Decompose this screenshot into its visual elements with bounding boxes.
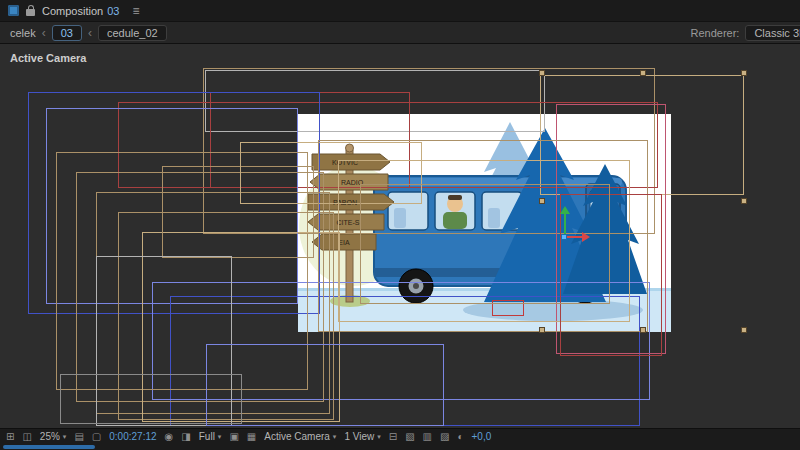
breadcrumb-item-celek[interactable]: celek xyxy=(10,27,36,39)
3d-view-dropdown[interactable]: Active Camera ▾ xyxy=(264,431,336,442)
magnification-dropdown[interactable]: 25% ▾ xyxy=(40,431,67,442)
breadcrumb-separator: ‹ xyxy=(42,26,46,40)
breadcrumb-separator: ‹ xyxy=(88,26,92,40)
after-effects-window: Composition 03 ≡ celek ‹ 03 ‹ cedule_02 … xyxy=(0,0,800,450)
active-camera-label: Active Camera xyxy=(10,52,86,64)
passenger-green xyxy=(443,212,467,229)
panel-tab-bar: Composition 03 ≡ xyxy=(0,0,800,22)
view-layout-dropdown[interactable]: 1 View ▾ xyxy=(344,431,380,442)
sign-label: PABON xyxy=(333,199,357,206)
renderer-label: Renderer: xyxy=(691,27,740,39)
transparency-grid-icon[interactable]: ▦ xyxy=(247,432,256,442)
layer-wireframe xyxy=(46,108,298,304)
breadcrumb-item-cedule-02[interactable]: cedule_02 xyxy=(98,25,167,41)
sign-label: RADIO xyxy=(341,179,364,186)
show-channel-icon[interactable]: ◨ xyxy=(181,432,190,442)
layer-wireframe xyxy=(206,344,444,426)
layer-wireframe xyxy=(28,92,320,314)
sign-label: CITE-S xyxy=(337,219,360,226)
selection-handle[interactable] xyxy=(539,70,545,76)
comp-name: 03 xyxy=(107,5,119,17)
breadcrumb-item-03[interactable]: 03 xyxy=(52,25,82,41)
reset-exposure-icon[interactable]: ◐ xyxy=(457,432,463,442)
dual-view-icon[interactable]: ◫ xyxy=(22,432,31,442)
resolution-value: Full xyxy=(199,431,215,442)
fast-previews-icon[interactable]: ▧ xyxy=(405,432,414,442)
timeline-timecode-partial[interactable] xyxy=(3,445,95,449)
selection-handle[interactable] xyxy=(741,70,747,76)
region-of-interest-icon[interactable]: ▣ xyxy=(229,432,238,442)
snapshot-camera-icon[interactable]: ◉ xyxy=(165,432,174,442)
grid-options-icon[interactable]: ⊞ xyxy=(6,432,14,442)
flowchart-icon[interactable]: ▨ xyxy=(440,432,449,442)
renderer-button[interactable]: Classic 3D xyxy=(745,25,800,41)
exposure-value[interactable]: +0,0 xyxy=(472,431,492,442)
panel-title: Composition xyxy=(42,5,103,17)
comp-panel-toolbar: ⊞ ◫ 25% ▾ ▤ ▢ 0:00:27:12 ◉ ◨ Full ▾ ▣ ▦ … xyxy=(0,428,800,444)
chevron-down-icon: ▾ xyxy=(377,433,381,441)
layer-wireframe xyxy=(56,152,308,390)
layer-wireframe xyxy=(60,374,242,424)
panel-menu-icon[interactable]: ≡ xyxy=(132,4,139,18)
timeline-button-icon[interactable]: ▥ xyxy=(423,432,432,442)
chevron-down-icon: ▾ xyxy=(333,433,337,441)
sign-label: EIA xyxy=(338,239,350,246)
3d-view-value: Active Camera xyxy=(264,431,330,442)
magnification-value: 25% xyxy=(40,431,60,442)
guide-options-icon[interactable]: ▤ xyxy=(74,432,83,442)
selection-handle[interactable] xyxy=(741,327,747,333)
timeline-panel-edge xyxy=(0,444,800,450)
composition-preview-art: KOTVIC RADIO PABON CITE-S EIA xyxy=(298,114,671,332)
chevron-down-icon: ▾ xyxy=(218,433,222,441)
comp-navigator-bar: celek ‹ 03 ‹ cedule_02 Renderer: Classic… xyxy=(0,22,800,44)
pixel-aspect-icon[interactable]: ⊟ xyxy=(389,432,397,442)
layer-wireframe xyxy=(76,172,324,402)
resolution-dropdown[interactable]: Full ▾ xyxy=(199,431,222,442)
selection-handle[interactable] xyxy=(640,70,646,76)
panel-icon xyxy=(8,5,19,16)
view-layout-value: 1 View xyxy=(344,431,374,442)
sign-label: KOTVIC xyxy=(332,159,358,166)
selection-handle[interactable] xyxy=(741,198,747,204)
layer-wireframe xyxy=(162,166,314,258)
mask-visibility-icon[interactable]: ▢ xyxy=(92,432,101,442)
chevron-down-icon: ▾ xyxy=(63,433,67,441)
tree-shadow xyxy=(463,299,643,321)
current-time-display[interactable]: 0:00:27:12 xyxy=(109,431,156,442)
layer-wireframe xyxy=(96,192,330,414)
composition-preview[interactable]: KOTVIC RADIO PABON CITE-S EIA xyxy=(298,114,671,332)
lock-icon[interactable] xyxy=(26,9,35,16)
layer-wireframe xyxy=(96,256,232,426)
composition-viewport[interactable]: Active Camera xyxy=(0,44,800,428)
composition-tab[interactable]: Composition 03 xyxy=(42,5,119,17)
